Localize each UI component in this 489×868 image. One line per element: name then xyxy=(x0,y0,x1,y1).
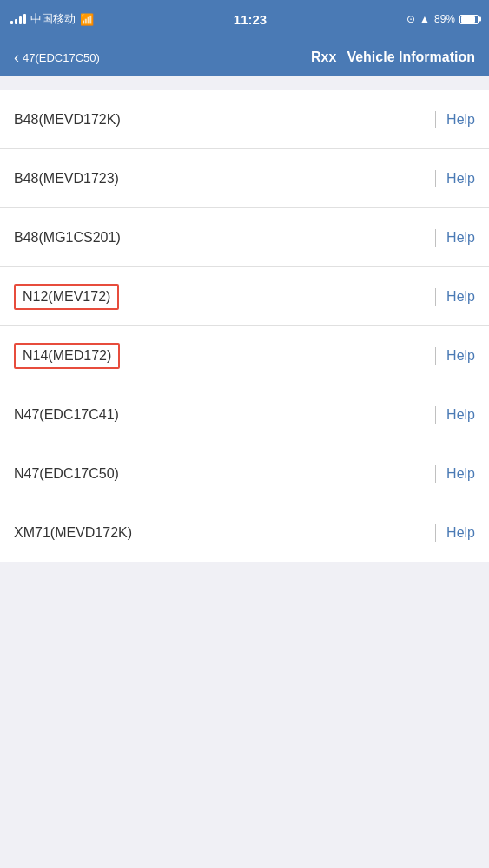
back-arrow-icon: ‹ xyxy=(14,49,19,65)
item-content: N12(MEV172) xyxy=(14,284,435,310)
list-item[interactable]: N12(MEV172)Help xyxy=(0,267,489,326)
item-label-b48-mevd1723: B48(MEVD1723) xyxy=(14,171,119,187)
item-right: Help xyxy=(435,288,475,306)
item-label-b48-mevd172k: B48(MEVD172K) xyxy=(14,112,121,128)
help-button-n12-mev172[interactable]: Help xyxy=(446,289,475,305)
help-button-n47-edc17c41[interactable]: Help xyxy=(446,407,475,423)
list-item[interactable]: B48(MG1CS201)Help xyxy=(0,208,489,267)
item-right: Help xyxy=(435,229,475,247)
item-content: B48(MEVD172K) xyxy=(14,112,435,128)
item-right: Help xyxy=(435,524,475,542)
item-content: XM71(MEVD172K) xyxy=(14,525,435,541)
help-button-n14-med172[interactable]: Help xyxy=(446,348,475,364)
back-label: 47(EDC17C50) xyxy=(23,51,100,64)
divider-line xyxy=(435,465,436,483)
signal-icon xyxy=(10,14,26,24)
carrier-label: 中国移动 xyxy=(30,11,76,27)
list-item[interactable]: B48(MEVD172K)Help xyxy=(0,90,489,149)
divider-line xyxy=(435,111,436,128)
item-label-b48-mg1cs201: B48(MG1CS201) xyxy=(14,230,121,246)
list-item[interactable]: XM71(MEVD172K)Help xyxy=(0,503,489,562)
item-content: B48(MEVD1723) xyxy=(14,171,435,187)
back-button[interactable]: ‹ 47(EDC17C50) xyxy=(14,49,168,65)
list-item[interactable]: B48(MEVD1723)Help xyxy=(0,149,489,208)
item-label-n14-med172: N14(MED172) xyxy=(14,343,120,369)
divider-line xyxy=(435,347,436,365)
status-right: ⊙ ▲ 89% xyxy=(406,13,479,25)
item-label-xm71-mevd172k: XM71(MEVD172K) xyxy=(14,525,132,541)
help-button-b48-mevd172k[interactable]: Help xyxy=(446,112,475,128)
divider-line xyxy=(435,406,436,424)
location-icon: ⊙ xyxy=(406,13,415,25)
status-left: 中国移动 📶 xyxy=(10,11,94,27)
item-content: B48(MG1CS201) xyxy=(14,230,435,246)
divider-line xyxy=(435,229,436,247)
nav-bar: ‹ 47(EDC17C50) Rxx Vehicle Information xyxy=(0,38,489,76)
status-bar: 中国移动 📶 11:23 ⊙ ▲ 89% xyxy=(0,0,489,38)
item-label-n47-edc17c50: N47(EDC17C50) xyxy=(14,466,119,482)
help-button-xm71-mevd172k[interactable]: Help xyxy=(446,525,475,541)
wifi-icon: 📶 xyxy=(80,13,94,26)
item-right: Help xyxy=(435,406,475,424)
help-button-n47-edc17c50[interactable]: Help xyxy=(446,466,475,482)
help-button-b48-mg1cs201[interactable]: Help xyxy=(446,230,475,246)
item-right: Help xyxy=(435,465,475,483)
list-item[interactable]: N14(MED172)Help xyxy=(0,326,489,385)
divider-line xyxy=(435,288,436,306)
arrow-icon: ▲ xyxy=(420,13,430,25)
list-container: B48(MEVD172K)HelpB48(MEVD1723)HelpB48(MG… xyxy=(0,76,489,868)
item-right: Help xyxy=(435,347,475,365)
nav-title-section: Rxx Vehicle Information xyxy=(168,49,475,65)
item-content: N47(EDC17C50) xyxy=(14,466,435,482)
list-item[interactable]: N47(EDC17C41)Help xyxy=(0,385,489,444)
divider-line xyxy=(435,170,436,187)
item-content: N14(MED172) xyxy=(14,343,435,369)
nav-title: Vehicle Information xyxy=(347,49,475,65)
list-item[interactable]: N47(EDC17C50)Help xyxy=(0,444,489,503)
battery-percent: 89% xyxy=(434,13,455,25)
item-right: Help xyxy=(435,111,475,128)
list-section: B48(MEVD172K)HelpB48(MEVD1723)HelpB48(MG… xyxy=(0,90,489,562)
divider-line xyxy=(435,524,436,542)
status-time: 11:23 xyxy=(234,12,267,27)
battery-icon xyxy=(459,15,479,24)
item-right: Help xyxy=(435,170,475,187)
item-label-n47-edc17c41: N47(EDC17C41) xyxy=(14,407,119,423)
item-label-n12-mev172: N12(MEV172) xyxy=(14,284,119,310)
item-content: N47(EDC17C41) xyxy=(14,407,435,423)
nav-rxx: Rxx xyxy=(311,49,336,65)
help-button-b48-mevd1723[interactable]: Help xyxy=(446,171,475,187)
